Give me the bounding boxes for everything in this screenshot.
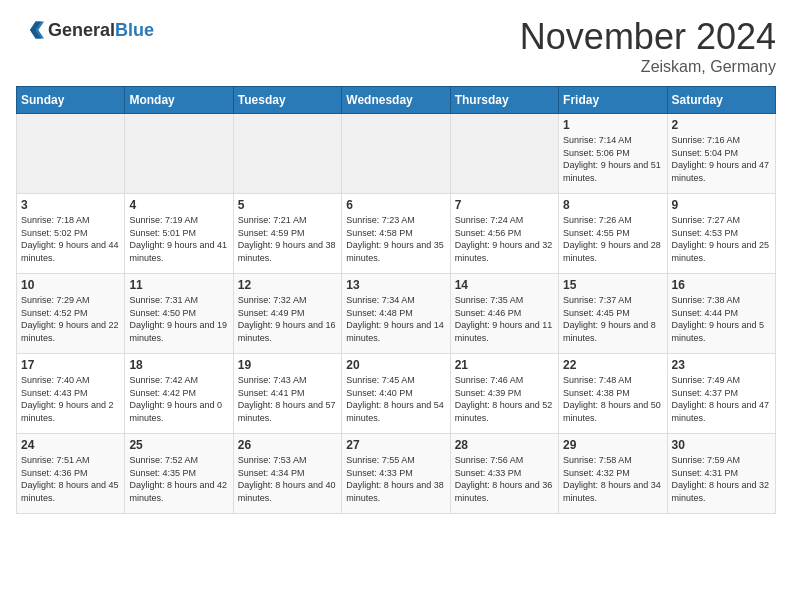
day-info: Sunrise: 7:29 AM Sunset: 4:52 PM Dayligh… bbox=[21, 294, 120, 344]
header-area: GeneralBlue November 2024 Zeiskam, Germa… bbox=[16, 16, 776, 76]
day-info: Sunrise: 7:53 AM Sunset: 4:34 PM Dayligh… bbox=[238, 454, 337, 504]
calendar-cell: 16Sunrise: 7:38 AM Sunset: 4:44 PM Dayli… bbox=[667, 274, 775, 354]
calendar-cell bbox=[125, 114, 233, 194]
day-info: Sunrise: 7:43 AM Sunset: 4:41 PM Dayligh… bbox=[238, 374, 337, 424]
calendar-cell: 6Sunrise: 7:23 AM Sunset: 4:58 PM Daylig… bbox=[342, 194, 450, 274]
day-number: 3 bbox=[21, 198, 120, 212]
day-info: Sunrise: 7:19 AM Sunset: 5:01 PM Dayligh… bbox=[129, 214, 228, 264]
day-info: Sunrise: 7:49 AM Sunset: 4:37 PM Dayligh… bbox=[672, 374, 771, 424]
day-number: 26 bbox=[238, 438, 337, 452]
calendar-cell: 3Sunrise: 7:18 AM Sunset: 5:02 PM Daylig… bbox=[17, 194, 125, 274]
calendar-cell: 30Sunrise: 7:59 AM Sunset: 4:31 PM Dayli… bbox=[667, 434, 775, 514]
logo-icon bbox=[16, 16, 44, 44]
calendar-cell: 24Sunrise: 7:51 AM Sunset: 4:36 PM Dayli… bbox=[17, 434, 125, 514]
logo-text-general: General bbox=[48, 20, 115, 40]
day-info: Sunrise: 7:51 AM Sunset: 4:36 PM Dayligh… bbox=[21, 454, 120, 504]
title-area: November 2024 Zeiskam, Germany bbox=[520, 16, 776, 76]
calendar-cell: 2Sunrise: 7:16 AM Sunset: 5:04 PM Daylig… bbox=[667, 114, 775, 194]
calendar-cell: 15Sunrise: 7:37 AM Sunset: 4:45 PM Dayli… bbox=[559, 274, 667, 354]
calendar-week-row: 1Sunrise: 7:14 AM Sunset: 5:06 PM Daylig… bbox=[17, 114, 776, 194]
day-info: Sunrise: 7:55 AM Sunset: 4:33 PM Dayligh… bbox=[346, 454, 445, 504]
day-number: 1 bbox=[563, 118, 662, 132]
day-info: Sunrise: 7:23 AM Sunset: 4:58 PM Dayligh… bbox=[346, 214, 445, 264]
calendar-cell bbox=[342, 114, 450, 194]
calendar-week-row: 24Sunrise: 7:51 AM Sunset: 4:36 PM Dayli… bbox=[17, 434, 776, 514]
location-title: Zeiskam, Germany bbox=[520, 58, 776, 76]
day-info: Sunrise: 7:32 AM Sunset: 4:49 PM Dayligh… bbox=[238, 294, 337, 344]
calendar-cell: 5Sunrise: 7:21 AM Sunset: 4:59 PM Daylig… bbox=[233, 194, 341, 274]
calendar-cell: 25Sunrise: 7:52 AM Sunset: 4:35 PM Dayli… bbox=[125, 434, 233, 514]
day-info: Sunrise: 7:26 AM Sunset: 4:55 PM Dayligh… bbox=[563, 214, 662, 264]
day-info: Sunrise: 7:52 AM Sunset: 4:35 PM Dayligh… bbox=[129, 454, 228, 504]
calendar-cell: 14Sunrise: 7:35 AM Sunset: 4:46 PM Dayli… bbox=[450, 274, 558, 354]
month-title: November 2024 bbox=[520, 16, 776, 58]
calendar-cell: 17Sunrise: 7:40 AM Sunset: 4:43 PM Dayli… bbox=[17, 354, 125, 434]
day-number: 19 bbox=[238, 358, 337, 372]
day-number: 18 bbox=[129, 358, 228, 372]
calendar-cell: 19Sunrise: 7:43 AM Sunset: 4:41 PM Dayli… bbox=[233, 354, 341, 434]
day-info: Sunrise: 7:56 AM Sunset: 4:33 PM Dayligh… bbox=[455, 454, 554, 504]
day-number: 15 bbox=[563, 278, 662, 292]
day-number: 14 bbox=[455, 278, 554, 292]
day-number: 13 bbox=[346, 278, 445, 292]
calendar-week-row: 10Sunrise: 7:29 AM Sunset: 4:52 PM Dayli… bbox=[17, 274, 776, 354]
col-friday: Friday bbox=[559, 87, 667, 114]
day-info: Sunrise: 7:40 AM Sunset: 4:43 PM Dayligh… bbox=[21, 374, 120, 424]
day-info: Sunrise: 7:34 AM Sunset: 4:48 PM Dayligh… bbox=[346, 294, 445, 344]
day-info: Sunrise: 7:48 AM Sunset: 4:38 PM Dayligh… bbox=[563, 374, 662, 424]
calendar-cell: 13Sunrise: 7:34 AM Sunset: 4:48 PM Dayli… bbox=[342, 274, 450, 354]
col-sunday: Sunday bbox=[17, 87, 125, 114]
day-number: 21 bbox=[455, 358, 554, 372]
calendar-cell bbox=[17, 114, 125, 194]
calendar-cell: 11Sunrise: 7:31 AM Sunset: 4:50 PM Dayli… bbox=[125, 274, 233, 354]
day-number: 2 bbox=[672, 118, 771, 132]
day-number: 20 bbox=[346, 358, 445, 372]
day-info: Sunrise: 7:27 AM Sunset: 4:53 PM Dayligh… bbox=[672, 214, 771, 264]
calendar-cell: 18Sunrise: 7:42 AM Sunset: 4:42 PM Dayli… bbox=[125, 354, 233, 434]
col-wednesday: Wednesday bbox=[342, 87, 450, 114]
day-info: Sunrise: 7:35 AM Sunset: 4:46 PM Dayligh… bbox=[455, 294, 554, 344]
day-info: Sunrise: 7:14 AM Sunset: 5:06 PM Dayligh… bbox=[563, 134, 662, 184]
day-number: 4 bbox=[129, 198, 228, 212]
day-info: Sunrise: 7:37 AM Sunset: 4:45 PM Dayligh… bbox=[563, 294, 662, 344]
calendar-cell: 26Sunrise: 7:53 AM Sunset: 4:34 PM Dayli… bbox=[233, 434, 341, 514]
calendar-cell: 22Sunrise: 7:48 AM Sunset: 4:38 PM Dayli… bbox=[559, 354, 667, 434]
calendar-cell: 10Sunrise: 7:29 AM Sunset: 4:52 PM Dayli… bbox=[17, 274, 125, 354]
day-info: Sunrise: 7:59 AM Sunset: 4:31 PM Dayligh… bbox=[672, 454, 771, 504]
day-info: Sunrise: 7:21 AM Sunset: 4:59 PM Dayligh… bbox=[238, 214, 337, 264]
day-number: 9 bbox=[672, 198, 771, 212]
calendar-week-row: 17Sunrise: 7:40 AM Sunset: 4:43 PM Dayli… bbox=[17, 354, 776, 434]
calendar-cell: 4Sunrise: 7:19 AM Sunset: 5:01 PM Daylig… bbox=[125, 194, 233, 274]
col-thursday: Thursday bbox=[450, 87, 558, 114]
day-number: 17 bbox=[21, 358, 120, 372]
col-tuesday: Tuesday bbox=[233, 87, 341, 114]
calendar-cell: 7Sunrise: 7:24 AM Sunset: 4:56 PM Daylig… bbox=[450, 194, 558, 274]
calendar-cell: 23Sunrise: 7:49 AM Sunset: 4:37 PM Dayli… bbox=[667, 354, 775, 434]
calendar-cell: 28Sunrise: 7:56 AM Sunset: 4:33 PM Dayli… bbox=[450, 434, 558, 514]
col-monday: Monday bbox=[125, 87, 233, 114]
day-number: 29 bbox=[563, 438, 662, 452]
day-number: 30 bbox=[672, 438, 771, 452]
day-number: 8 bbox=[563, 198, 662, 212]
day-number: 12 bbox=[238, 278, 337, 292]
day-info: Sunrise: 7:38 AM Sunset: 4:44 PM Dayligh… bbox=[672, 294, 771, 344]
day-number: 16 bbox=[672, 278, 771, 292]
calendar-table: Sunday Monday Tuesday Wednesday Thursday… bbox=[16, 86, 776, 514]
day-info: Sunrise: 7:45 AM Sunset: 4:40 PM Dayligh… bbox=[346, 374, 445, 424]
logo-text-blue: Blue bbox=[115, 20, 154, 40]
calendar-cell bbox=[233, 114, 341, 194]
day-number: 10 bbox=[21, 278, 120, 292]
calendar-cell: 27Sunrise: 7:55 AM Sunset: 4:33 PM Dayli… bbox=[342, 434, 450, 514]
day-number: 7 bbox=[455, 198, 554, 212]
day-info: Sunrise: 7:46 AM Sunset: 4:39 PM Dayligh… bbox=[455, 374, 554, 424]
day-number: 23 bbox=[672, 358, 771, 372]
page-container: GeneralBlue November 2024 Zeiskam, Germa… bbox=[0, 0, 792, 522]
logo: GeneralBlue bbox=[16, 16, 154, 44]
calendar-cell: 21Sunrise: 7:46 AM Sunset: 4:39 PM Dayli… bbox=[450, 354, 558, 434]
day-info: Sunrise: 7:16 AM Sunset: 5:04 PM Dayligh… bbox=[672, 134, 771, 184]
calendar-cell: 9Sunrise: 7:27 AM Sunset: 4:53 PM Daylig… bbox=[667, 194, 775, 274]
calendar-header-row: Sunday Monday Tuesday Wednesday Thursday… bbox=[17, 87, 776, 114]
calendar-cell: 20Sunrise: 7:45 AM Sunset: 4:40 PM Dayli… bbox=[342, 354, 450, 434]
day-info: Sunrise: 7:42 AM Sunset: 4:42 PM Dayligh… bbox=[129, 374, 228, 424]
day-number: 11 bbox=[129, 278, 228, 292]
